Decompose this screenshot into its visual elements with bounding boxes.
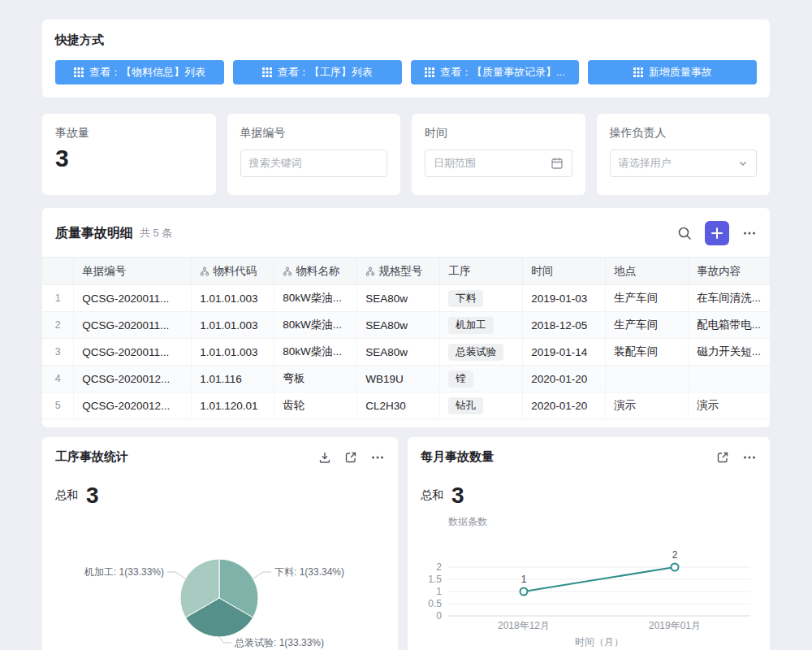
process-tag: 钻孔 [448, 397, 483, 414]
detail-title: 质量事故明细 [55, 225, 133, 242]
cell-spec: SEA80w [357, 339, 440, 366]
row-number: 1 [42, 285, 74, 312]
operator-filter-label: 操作负责人 [610, 126, 758, 141]
cell-time: 2020-01-20 [523, 392, 606, 419]
more-icon[interactable] [370, 450, 385, 465]
cell-process: 下料 [440, 285, 523, 312]
cell-material-name: 齿轮 [274, 392, 357, 419]
column-header-label: 物料代码 [213, 265, 257, 277]
operator-select[interactable]: 请选择用户 [610, 150, 758, 177]
accident-count-card: 事故量 3 [42, 114, 216, 195]
cell-content: 在车间清洗... [689, 285, 770, 312]
filter-row: 事故量 3 单据编号 搜索关键词 时间 日期范围 操作负责人 请选择用户 [42, 114, 770, 195]
shortcut-button[interactable]: 新增质量事故 [588, 60, 757, 84]
dashboard-page: 快捷方式 查看：【物料信息】列表查看：【工序】列表查看：【质量事故记录】...新… [0, 0, 812, 650]
pie-total-value: 3 [86, 484, 99, 507]
time-filter-card: 时间 日期范围 [412, 114, 585, 195]
process-pie-chart[interactable]: 下料: 1(33.34%)总装试验: 1(33.33%)机加工: 1(33.33… [42, 538, 398, 650]
line-total-label: 总和 [421, 488, 443, 507]
row-number: 5 [42, 392, 74, 419]
shortcut-button[interactable]: 查看：【工序】列表 [233, 60, 402, 84]
doc-number-card: 单据编号 搜索关键词 [227, 114, 401, 195]
grid-icon [262, 67, 272, 77]
column-header[interactable]: 工序 [440, 258, 523, 285]
cell-spec: SEA80w [357, 285, 440, 312]
table-row[interactable]: 2QCSG-2020011...1.01.01.00380kW柴油...SEA8… [42, 312, 770, 339]
column-header-label: 规格型号 [378, 265, 422, 277]
column-header[interactable]: 地点 [606, 258, 689, 285]
process-stats-card: 工序事故统计 总和 3 下料: 1(33.34%)总装试验: 1(3 [42, 437, 398, 650]
add-record-button[interactable] [705, 221, 729, 245]
monthly-line-chart[interactable]: 数据条数00.511.5212018年12月22019年01月时间（月） [419, 507, 757, 650]
process-chart-header: 工序事故统计 [55, 449, 385, 465]
cell-material-code: 1.01.01.003 [192, 312, 274, 339]
search-icon[interactable] [677, 226, 692, 240]
export-icon[interactable] [318, 451, 331, 464]
cell-material-name: 80kW柴油... [274, 285, 357, 312]
cell-process: 镗 [440, 366, 523, 392]
column-header[interactable]: 单据编号 [74, 258, 192, 285]
cell-place: 生产车间 [606, 312, 689, 339]
column-header-label: 工序 [448, 265, 470, 277]
table-row[interactable]: 5QCSG-2020012...1.01.120.01齿轮CL2H30钻孔202… [42, 392, 770, 419]
column-header-label: 时间 [531, 265, 553, 277]
lookup-icon [365, 266, 375, 276]
cell-time: 2019-01-14 [523, 339, 606, 366]
cell-place [606, 366, 689, 392]
svg-text:数据条数: 数据条数 [448, 516, 487, 527]
lookup-icon [283, 266, 292, 276]
operator-filter-card: 操作负责人 请选择用户 [597, 114, 771, 195]
doc-number-placeholder: 搜索关键词 [249, 156, 302, 171]
monthly-chart-header: 每月事故数量 [421, 449, 757, 465]
doc-number-label: 单据编号 [240, 126, 388, 141]
svg-text:2: 2 [672, 549, 678, 561]
open-icon[interactable] [344, 451, 357, 464]
column-header[interactable]: 规格型号 [357, 258, 440, 285]
column-header[interactable]: 物料代码 [192, 258, 274, 285]
row-number: 3 [42, 339, 74, 366]
svg-text:2: 2 [436, 561, 442, 573]
cell-material-code: 1.01.01.003 [192, 339, 274, 366]
cell-material-name: 80kW柴油... [274, 339, 357, 366]
pie-total-row: 总和 3 [55, 484, 385, 507]
chevron-down-icon [738, 158, 748, 168]
open-icon[interactable] [716, 451, 729, 464]
more-icon[interactable] [742, 450, 757, 465]
cell-process: 钻孔 [440, 392, 523, 419]
cell-place: 装配车间 [606, 339, 689, 366]
svg-text:2019年01月: 2019年01月 [649, 620, 701, 631]
time-filter-label: 时间 [425, 126, 572, 141]
detail-card-header: 质量事故明细 共 5 条 [42, 221, 770, 257]
detail-card: 质量事故明细 共 5 条 单据编号物料代码物料名称规格型号工序时间地点事故内容操 [42, 208, 770, 427]
more-icon[interactable] [742, 226, 757, 240]
column-header[interactable]: 时间 [523, 258, 606, 285]
grid-icon [74, 67, 84, 77]
svg-text:0.5: 0.5 [428, 598, 442, 609]
cell-material-code: 1.01.116 [192, 366, 274, 392]
table-header-row: 单据编号物料代码物料名称规格型号工序时间地点事故内容操 [42, 258, 770, 285]
table-row[interactable]: 4QCSG-2020012...1.01.116弯板WB19U镗2020-01-… [42, 366, 770, 392]
accident-count-value: 3 [55, 144, 203, 173]
cell-material-name: 80kW柴油... [274, 312, 357, 339]
column-header[interactable]: 物料名称 [274, 258, 357, 285]
doc-number-input[interactable]: 搜索关键词 [240, 150, 388, 177]
column-header[interactable] [42, 258, 74, 285]
cell-spec: WB19U [357, 366, 440, 392]
shortcut-button[interactable]: 查看：【质量事故记录】... [411, 60, 580, 84]
cell-material-code: 1.01.120.01 [192, 392, 274, 419]
table-row[interactable]: 1QCSG-2020011...1.01.01.00380kW柴油...SEA8… [42, 285, 770, 312]
column-header-label: 物料名称 [296, 265, 339, 277]
column-header[interactable]: 事故内容 [689, 258, 770, 285]
svg-text:1: 1 [521, 574, 527, 585]
process-tag: 下料 [448, 290, 483, 307]
date-range-input[interactable]: 日期范围 [425, 150, 572, 177]
cell-place: 演示 [606, 392, 689, 419]
cell-material-code: 1.01.01.003 [192, 285, 274, 312]
process-chart-icons [318, 450, 385, 465]
shortcuts-title: 快捷方式 [55, 32, 757, 48]
charts-row: 工序事故统计 总和 3 下料: 1(33.34%)总装试验: 1(3 [42, 437, 770, 650]
svg-text:2018年12月: 2018年12月 [498, 620, 550, 631]
table-row[interactable]: 3QCSG-2020011...1.01.01.00380kW柴油...SEA8… [42, 339, 770, 366]
shortcut-button[interactable]: 查看：【物料信息】列表 [55, 60, 224, 84]
line-total-value: 3 [451, 484, 464, 507]
